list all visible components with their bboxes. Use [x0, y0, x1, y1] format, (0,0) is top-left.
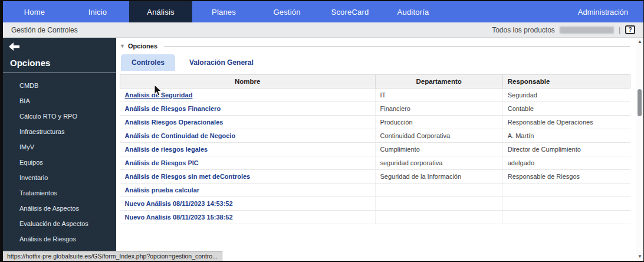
page-title: Gestión de Controles: [11, 26, 78, 34]
controls-table: Nombre Departamento Responsable Analisis…: [120, 74, 630, 224]
tab-strip: Controles Valoración General: [121, 54, 630, 71]
analysis-link[interactable]: Nuevo Análisis 08/11/2023 15:38:52: [125, 214, 233, 221]
scrollbar-thumb[interactable]: [638, 89, 642, 116]
nav-item-gestion[interactable]: Gestión: [255, 1, 318, 22]
cell-departamento: seguridad corporativa: [375, 156, 502, 170]
nav-item-analisis[interactable]: Análisis: [129, 1, 192, 22]
sidebar-item-inventario[interactable]: Inventario: [3, 170, 116, 185]
scroll-down-icon[interactable]: ▼: [638, 253, 642, 260]
cell-responsable: Seguridad: [502, 89, 630, 102]
cell-departamento: [375, 197, 502, 211]
app-window: Home Inicio Análisis Planes Gestión Scor…: [0, 0, 644, 262]
analysis-link[interactable]: Análisis prueba calcular: [125, 186, 200, 194]
collapse-triangle-icon: ▼: [120, 44, 125, 49]
table-row: Análisis de Continuidad de Negocio Conti…: [120, 129, 630, 143]
cell-responsable: Responsable de Operaciones: [502, 116, 630, 129]
table-row: Análisis de Riesgos sin met deControles …: [120, 170, 630, 184]
table-row: Análisis de riesgos legales Cumplimiento…: [120, 143, 630, 156]
breadcrumb-bar: Gestión de Controles Todos los productos…: [3, 22, 643, 38]
cell-departamento: Producción: [375, 116, 502, 129]
sidebar-item-cmdb[interactable]: CMDB: [3, 78, 116, 93]
top-navigation: Home Inicio Análisis Planes Gestión Scor…: [3, 1, 643, 22]
sidebar-item-analisis-de-aspectos[interactable]: Análisis de Aspectos: [3, 201, 116, 216]
table-row: Análisis Riesgos Operacionales Producció…: [120, 116, 630, 129]
sidebar-item-calculo-rto-rpo[interactable]: Cálculo RTO y RPO: [3, 109, 116, 124]
options-group-title: Opciones: [128, 42, 157, 50]
sidebar-item-infraestructuras[interactable]: Infraestructuras: [3, 124, 116, 139]
nav-item-auditoria[interactable]: Auditoría: [382, 1, 445, 22]
sidebar-item-bia[interactable]: BIA: [3, 93, 116, 109]
status-url-tooltip: https://hotfix-pre.globalsuite.es/GS/for…: [3, 251, 222, 261]
table-row: Analisis de Seguridad IT Seguridad: [120, 89, 630, 102]
nav-item-home[interactable]: Home: [3, 1, 66, 22]
cell-departamento: Seguridad de la Información: [375, 170, 502, 184]
back-arrow-icon: [9, 42, 19, 53]
analysis-link[interactable]: Análisis Riesgos Operacionales: [125, 119, 224, 126]
analysis-link[interactable]: Análisis de Riesgos PIC: [125, 159, 199, 166]
table-header-row: Nombre Departamento Responsable: [120, 75, 630, 89]
sidebar-title: Opciones: [3, 54, 116, 73]
tab-controles[interactable]: Controles: [121, 54, 175, 71]
nav-item-planes[interactable]: Planes: [192, 1, 255, 22]
col-header-responsable: Responsable: [502, 75, 630, 89]
options-group-header[interactable]: ▼ Opciones: [120, 42, 630, 50]
analysis-link[interactable]: Análisis de Continuidad de Negocio: [125, 132, 236, 139]
back-button[interactable]: [3, 38, 116, 54]
cell-departamento: [375, 184, 502, 197]
sidebar-item-analisis-de-riesgos[interactable]: Análisis de Riesgos: [3, 231, 116, 247]
cell-departamento: Continuidad Corporativa: [375, 129, 502, 143]
products-filter-label[interactable]: Todos los productos: [492, 26, 555, 34]
col-header-nombre: Nombre: [120, 75, 376, 89]
main-panel: ▼ Opciones Controles Valoración General …: [116, 38, 643, 260]
table-row: Análisis de Riesgos PIC seguridad corpor…: [120, 156, 630, 170]
nav-item-scorecard[interactable]: ScoreCard: [318, 1, 382, 22]
vertical-scrollbar[interactable]: ▲ ▼: [636, 38, 643, 260]
analysis-link[interactable]: Análisis de Riesgos Financiero: [125, 105, 221, 112]
table-row: Análisis de Riesgos Financiero Financier…: [120, 102, 630, 116]
table-row: Nuevo Análisis 08/11/2023 15:38:52: [120, 211, 630, 224]
cell-responsable: [502, 184, 630, 197]
analysis-link[interactable]: Análisis de riesgos legales: [125, 146, 208, 153]
nav-item-administracion[interactable]: Administración: [572, 1, 643, 22]
sidebar-item-tratamientos[interactable]: Tratamientos: [3, 185, 116, 201]
cell-responsable: [502, 197, 630, 211]
analysis-link[interactable]: Análisis de Riesgos sin met deControles: [125, 173, 251, 180]
cell-responsable: A. Martín: [502, 129, 630, 143]
scrollbar-track[interactable]: [636, 45, 643, 253]
cell-responsable: Director de Cumplimiento: [502, 143, 630, 156]
help-icon[interactable]: ?: [625, 25, 635, 34]
sidebar-item-imyv[interactable]: IMyV: [3, 139, 116, 155]
cell-departamento: Financiero: [375, 102, 502, 116]
analysis-link[interactable]: Nuevo Análisis 08/11/2023 14:53:52: [125, 200, 233, 207]
col-header-departamento: Departamento: [375, 75, 502, 89]
tab-valoracion-general[interactable]: Valoración General: [179, 54, 264, 71]
sidebar: Opciones CMDB BIA Cálculo RTO y RPO Infr…: [3, 38, 116, 260]
cell-departamento: Cumplimiento: [375, 143, 502, 156]
cell-departamento: IT: [375, 89, 502, 102]
scroll-up-icon[interactable]: ▲: [638, 38, 642, 45]
cell-responsable: [502, 211, 630, 224]
group-rule: [164, 46, 630, 47]
table-row: Nuevo Análisis 08/11/2023 14:53:52: [120, 197, 630, 211]
cell-responsable: adelgado: [502, 156, 630, 170]
cell-departamento: [375, 211, 502, 224]
sidebar-item-equipos[interactable]: Equipos: [3, 155, 116, 170]
cell-responsable: Responsable de Riesgos: [502, 170, 630, 184]
separator: |: [619, 26, 620, 34]
cell-responsable: Contable: [502, 102, 630, 116]
nav-item-inicio[interactable]: Inicio: [66, 1, 129, 22]
analysis-link[interactable]: Analisis de Seguridad: [125, 91, 193, 99]
sidebar-item-evaluacion-de-aspectos[interactable]: Evaluación de Aspectos: [3, 216, 116, 231]
table-row: Análisis prueba calcular: [120, 184, 630, 197]
redacted-username: [560, 27, 614, 34]
